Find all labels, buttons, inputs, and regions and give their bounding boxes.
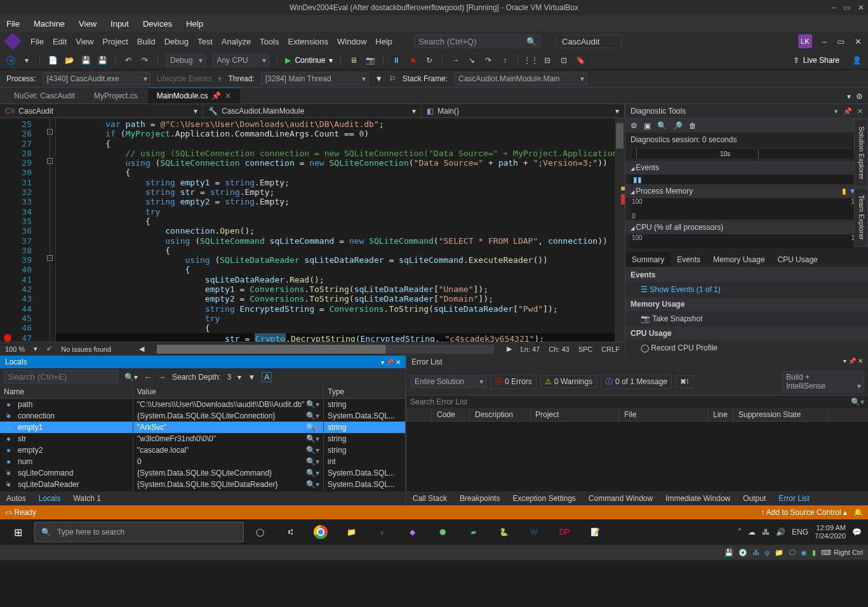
crumb-class[interactable]: 🔧 CascAudiot.MainModule ▾ xyxy=(203,104,422,117)
gear-icon[interactable]: ⚙ xyxy=(631,121,638,130)
shared-icon[interactable]: 📁 xyxy=(775,549,784,557)
scope-dd[interactable]: Entire Solution xyxy=(410,375,486,388)
windows-search[interactable]: 🔍 Type here to search xyxy=(34,522,244,542)
bottom-tab-error-list[interactable]: Error List xyxy=(772,491,816,505)
pin-icon[interactable]: 📌 xyxy=(386,359,394,366)
volume-icon[interactable]: 🔊 xyxy=(776,528,785,537)
step-over-icon[interactable]: ↷ xyxy=(483,55,493,65)
publish-icon[interactable]: ↑ xyxy=(761,508,765,517)
visualstudio-icon[interactable]: ◆ xyxy=(397,519,427,545)
onedrive-icon[interactable]: ☁ xyxy=(748,528,756,537)
highlight-toggle[interactable]: A xyxy=(262,372,272,382)
crlf-indicator[interactable]: CRLF xyxy=(601,345,620,353)
disc-icon[interactable]: 💿 xyxy=(738,549,747,557)
comment-icon[interactable]: ⊟ xyxy=(542,55,552,65)
errcol-description[interactable]: Description xyxy=(470,408,530,421)
vs-menu-help[interactable]: Help xyxy=(375,37,392,46)
search-icon[interactable]: 🔍▾ xyxy=(124,373,138,382)
bottom-tab-call-stack[interactable]: Call Stack xyxy=(406,491,453,505)
bookmark-icon[interactable]: 🔖 xyxy=(575,55,585,65)
hdd-icon[interactable]: 💾 xyxy=(724,549,733,557)
spaces-indicator[interactable]: SPC xyxy=(578,345,593,353)
step-next-icon[interactable]: → xyxy=(450,55,460,65)
memory-section[interactable]: Process Memory xyxy=(631,187,693,196)
build-filter[interactable]: ✖⁞ xyxy=(676,375,693,388)
bottom-tab-immediate-window[interactable]: Immediate Window xyxy=(659,491,737,505)
locals-row[interactable]: connection{System.Data.SQLite.SQLiteConn… xyxy=(0,410,406,422)
zoom-level[interactable]: 100 % xyxy=(5,345,25,353)
breakpoint-icon[interactable] xyxy=(4,334,11,342)
stackframe-dd[interactable]: CascAudiot.MainModule.Main xyxy=(454,72,587,85)
python-icon[interactable]: 🐍 xyxy=(489,519,518,545)
net-icon[interactable]: 🖧 xyxy=(752,549,759,556)
vbox-menu-help[interactable]: Help xyxy=(186,19,203,29)
messages-filter[interactable]: ⓘ0 of 1 Message xyxy=(601,375,672,389)
lifecycle-label[interactable]: Lifecycle Events xyxy=(157,74,212,83)
save-all-icon[interactable]: 💾 xyxy=(97,55,107,65)
dotpeek-icon[interactable]: DP xyxy=(550,519,579,545)
errcol-file[interactable]: File xyxy=(619,408,708,421)
vs-menu-analyze[interactable]: Analyze xyxy=(222,37,251,46)
powershell-icon[interactable]: ▰ xyxy=(458,519,488,545)
locals-tab-locals[interactable]: Locals xyxy=(32,491,67,505)
show-events-link[interactable]: ☰ Show Events (1 of 1) xyxy=(625,282,868,297)
solution-explorer-tab[interactable]: Solution Explorer xyxy=(854,119,868,187)
usb-icon[interactable]: ψ xyxy=(765,549,770,556)
save-icon[interactable]: 💾 xyxy=(81,55,91,65)
document-tab[interactable]: NuGet: CascAudit xyxy=(5,88,84,103)
fold-icon[interactable]: − xyxy=(47,255,53,261)
filter-icon[interactable]: ▼ xyxy=(248,373,255,382)
vs-menu-extensions[interactable]: Extensions xyxy=(288,37,328,46)
format-icon[interactable]: ⋮⋮ xyxy=(526,55,536,65)
uncomment-icon[interactable]: ⊡ xyxy=(559,55,569,65)
diag-timeline[interactable]: 10s xyxy=(631,148,863,159)
maximize-icon[interactable]: ▭ xyxy=(837,37,845,46)
bottom-tab-output[interactable]: Output xyxy=(737,491,772,505)
cpu-section[interactable]: CPU (% of all processors) xyxy=(631,223,723,232)
rec-icon[interactable]: ◉ xyxy=(801,549,807,557)
cpu-chart[interactable]: 100 100 xyxy=(631,234,863,250)
fold-icon[interactable]: − xyxy=(47,158,53,164)
vs-menu-window[interactable]: Window xyxy=(337,37,366,46)
close-icon[interactable]: ✕ xyxy=(855,37,862,46)
locals-row[interactable]: path"C:\\Users\\User\\Downloads\\audit\\… xyxy=(0,399,406,410)
view-icon[interactable]: 🔍▾ xyxy=(306,446,319,455)
document-tab[interactable]: MainModule.cs📌✕ xyxy=(148,88,241,103)
diag-tab-events[interactable]: Events xyxy=(671,252,707,267)
memory-chart[interactable]: 100 100 0 0 xyxy=(631,198,863,220)
open-icon[interactable]: 📂 xyxy=(64,55,74,65)
pin-icon[interactable]: 📌 xyxy=(843,107,852,116)
diag-tab-summary[interactable]: Summary xyxy=(625,252,671,267)
step-into-icon[interactable]: ↘ xyxy=(467,55,477,65)
locals-row[interactable]: sqLiteDataReader{System.Data.SQLite.SQLi… xyxy=(0,479,406,490)
close-icon[interactable]: ✕ xyxy=(858,357,863,364)
new-item-icon[interactable]: 📄 xyxy=(48,55,58,65)
pause-icon[interactable]: ⏸ xyxy=(391,55,401,65)
gc-marker-icon[interactable]: ▮ xyxy=(842,187,846,196)
restart-icon[interactable]: ↻ xyxy=(424,55,434,65)
solution-config[interactable]: CascAudit xyxy=(556,35,622,48)
user-avatar[interactable]: LK xyxy=(798,34,812,48)
prev-issue-icon[interactable]: ◀ xyxy=(139,345,144,353)
notepad-icon[interactable]: 📝 xyxy=(580,519,610,545)
select-tool-icon[interactable]: ▣ xyxy=(644,121,651,130)
errcol-project[interactable]: Project xyxy=(530,408,619,421)
solution-platform-dd[interactable]: Any CPU xyxy=(212,54,269,67)
reset-icon[interactable]: 🗑 xyxy=(689,121,697,130)
close-tab-icon[interactable]: ✕ xyxy=(225,91,231,100)
vs-menu-test[interactable]: Test xyxy=(197,37,213,46)
errcol-line[interactable]: Line xyxy=(708,408,733,421)
crumb-project[interactable]: C# CascAudit ▾ xyxy=(0,104,203,117)
issues-label[interactable]: No issues found xyxy=(61,345,111,353)
errorlist-search[interactable]: Search Error List 🔍▾ xyxy=(406,396,868,408)
errors-filter[interactable]: ⓧ0 Errors xyxy=(490,375,537,389)
col-type[interactable]: Type xyxy=(324,385,406,398)
screenshot-icon[interactable]: 📷 xyxy=(365,55,375,65)
close-icon[interactable]: ✕ xyxy=(857,107,863,116)
code-editor[interactable]: 25 26 27 28 29 30 31 32 33 34 35 36 37 3… xyxy=(0,118,625,342)
zoom-in-icon[interactable]: 🔍 xyxy=(657,121,667,130)
horizontal-scrollbar[interactable] xyxy=(157,345,494,354)
vbox-menu-input[interactable]: Input xyxy=(110,19,129,29)
vbox-menu-view[interactable]: View xyxy=(79,19,97,29)
record-cpu-link[interactable]: ◯ Record CPU Profile xyxy=(625,340,868,356)
